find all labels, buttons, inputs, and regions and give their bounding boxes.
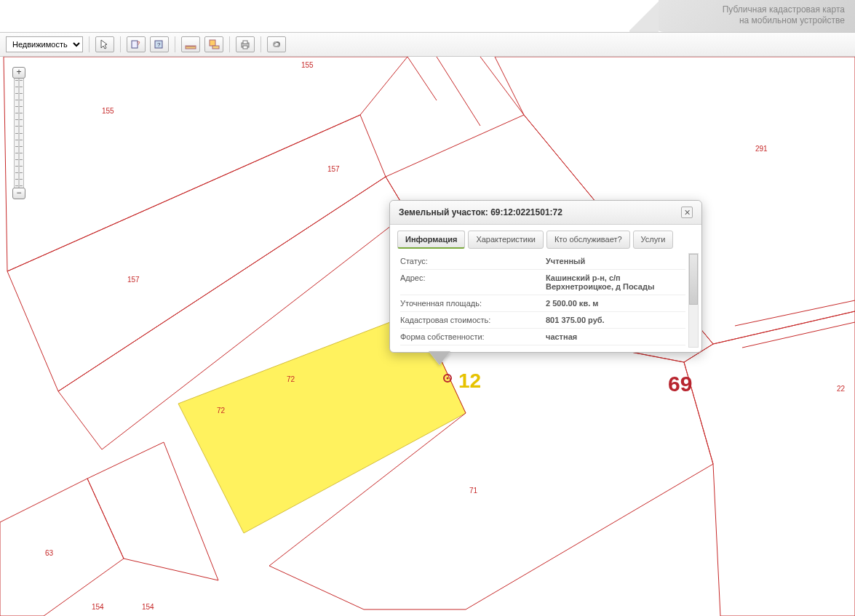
parcel-label: 63 bbox=[45, 549, 54, 557]
layer-select[interactable]: Недвижимость bbox=[6, 36, 83, 52]
tab-service[interactable]: Кто обслуживает? bbox=[546, 231, 630, 249]
svg-line-21 bbox=[437, 57, 480, 126]
parcel-label: 155 bbox=[301, 61, 314, 69]
popup-header: Земельный участок: 69:12:0221501:72 ✕ bbox=[390, 201, 701, 225]
info-row-area: Уточненная площадь: 2 500.00 кв. м bbox=[400, 295, 685, 312]
info-row-address: Адрес: Кашинский р-н, с/п Верхнетроицкое… bbox=[400, 270, 685, 295]
svg-rect-9 bbox=[243, 46, 247, 49]
popup-body: Статус: Учтенный Адрес: Кашинский р-н, с… bbox=[390, 249, 701, 352]
info-label: Форма собственности: bbox=[400, 332, 546, 341]
header-line2: на мобильном устройстве bbox=[661, 15, 845, 26]
zoom-in-button[interactable]: + bbox=[12, 67, 25, 79]
toolbar: Недвижимость ? ? bbox=[0, 32, 855, 57]
link-button[interactable] bbox=[267, 36, 286, 52]
svg-marker-18 bbox=[0, 479, 124, 616]
zoom-slider[interactable] bbox=[14, 79, 24, 188]
svg-marker-19 bbox=[87, 442, 218, 580]
parcel-label: 72 bbox=[287, 375, 295, 383]
svg-rect-6 bbox=[212, 46, 219, 49]
popup-title: Земельный участок: 69:12:0221501:72 bbox=[399, 207, 562, 217]
info-row-cost: Кадастровая стоимость: 801 375.00 руб. bbox=[400, 312, 685, 329]
svg-text:?: ? bbox=[157, 41, 161, 48]
svg-rect-8 bbox=[243, 41, 247, 44]
scrollbar-thumb[interactable] bbox=[689, 254, 698, 305]
popup-scrollbar[interactable] bbox=[688, 253, 699, 348]
print-button[interactable] bbox=[236, 36, 255, 52]
popup-tabs: Информация Характеристики Кто обслуживае… bbox=[390, 225, 701, 249]
zone-label-69: 69 bbox=[668, 372, 692, 396]
parcel-label: 154 bbox=[142, 603, 154, 611]
separator bbox=[89, 36, 90, 52]
svg-marker-10 bbox=[4, 57, 407, 271]
parcel-label: 155 bbox=[102, 107, 114, 115]
parcel-label: 22 bbox=[837, 385, 846, 393]
svg-rect-5 bbox=[210, 40, 215, 46]
svg-marker-17 bbox=[684, 311, 855, 616]
selection-marker-dot bbox=[447, 377, 449, 380]
query-parcel-button[interactable]: ? bbox=[127, 36, 146, 52]
measure-distance-button[interactable] bbox=[181, 36, 200, 52]
popup-close-button[interactable]: ✕ bbox=[681, 207, 693, 218]
info-value: Учтенный bbox=[546, 257, 685, 265]
header-banner[interactable]: Публичная кадастровая карта на мобильном… bbox=[651, 0, 855, 32]
parcel-label: 157 bbox=[327, 165, 340, 173]
parcel-label: 71 bbox=[469, 487, 478, 495]
tab-specs[interactable]: Характеристики bbox=[468, 231, 544, 249]
svg-text:?: ? bbox=[137, 40, 140, 47]
pointer-tool-button[interactable] bbox=[95, 36, 114, 52]
query-info-button[interactable]: ? bbox=[150, 36, 169, 52]
separator bbox=[261, 36, 261, 52]
separator bbox=[175, 36, 175, 52]
zoom-control: + − bbox=[12, 67, 26, 199]
parcel-label: 157 bbox=[127, 276, 140, 284]
info-row-ownership: Форма собственности: частная bbox=[400, 329, 685, 345]
info-label: Уточненная площадь: bbox=[400, 299, 546, 308]
tab-services[interactable]: Услуги bbox=[633, 231, 674, 249]
info-value: частная bbox=[546, 332, 685, 341]
info-value: 801 375.00 руб. bbox=[546, 316, 685, 324]
info-value: Кашинский р-н, с/п Верхнетроицкое, д Пос… bbox=[546, 273, 685, 291]
parcel-label: 291 bbox=[755, 145, 768, 153]
info-value: 2 500.00 кв. м bbox=[546, 299, 685, 308]
parcel-info-popup: Земельный участок: 69:12:0221501:72 ✕ Ин… bbox=[389, 200, 702, 353]
svg-line-22 bbox=[407, 57, 437, 100]
tab-info[interactable]: Информация bbox=[397, 231, 465, 249]
info-row-status: Статус: Учтенный bbox=[400, 253, 685, 270]
header-line1: Публичная кадастровая карта bbox=[661, 4, 845, 15]
parcel-label: 154 bbox=[92, 603, 104, 611]
parcel-label: 72 bbox=[217, 407, 226, 415]
zone-label-12: 12 bbox=[458, 369, 481, 392]
info-label: Адрес: bbox=[400, 273, 546, 291]
separator bbox=[229, 36, 230, 52]
info-label: Кадастровая стоимость: bbox=[400, 316, 546, 324]
zoom-out-button[interactable]: − bbox=[12, 188, 25, 199]
info-label: Статус: bbox=[400, 257, 546, 265]
measure-area-button[interactable] bbox=[204, 36, 223, 52]
info-row-date: Дата постановки на учет: 24.02.2010 bbox=[400, 345, 685, 348]
svg-line-20 bbox=[480, 57, 524, 115]
popup-arrow bbox=[429, 352, 450, 365]
separator bbox=[120, 36, 121, 52]
